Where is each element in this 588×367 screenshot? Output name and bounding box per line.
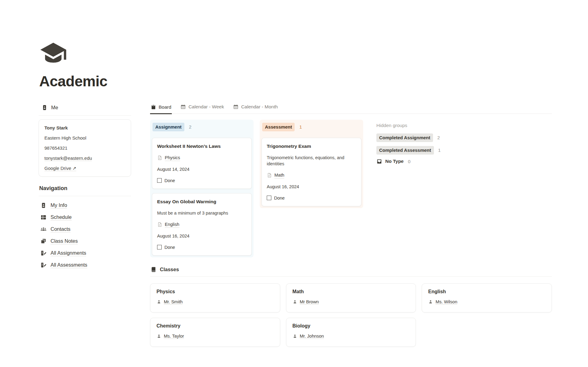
external-link-icon: ↗: [73, 166, 77, 171]
board-column-assignment: Assignment 2 Worksheet II Newton’s Laws …: [150, 120, 254, 257]
done-row: Done: [267, 195, 356, 201]
board-view: Assignment 2 Worksheet II Newton’s Laws …: [150, 120, 552, 257]
me-section-header: Me: [39, 105, 131, 116]
tab-label: Calendar - Week: [188, 104, 224, 110]
graduation-cap-icon: [39, 39, 67, 67]
tab-calendar-month[interactable]: Calendar - Month: [232, 103, 278, 114]
checkbox-label: Done: [164, 244, 175, 250]
classes-section: Classes Physics Mr. Smith Math Mr Brown: [150, 267, 552, 347]
hidden-group-completed-assessment[interactable]: Completed Assessment 1: [376, 146, 441, 155]
hidden-group-completed-assignment[interactable]: Completed Assignment 2: [376, 133, 441, 142]
page-icon: [157, 155, 162, 160]
board-column-assessment: Assessment 1 Trigonometry Exam Trigonome…: [260, 120, 363, 208]
sidebar-item-class-notes[interactable]: Class Notes: [40, 238, 131, 244]
board-card-essay[interactable]: Essay On Global Warming Must be a minimu…: [152, 193, 252, 256]
teacher-link[interactable]: Mr. Johnson: [300, 334, 324, 339]
main-content: Board Calendar - Week Calendar - Month A…: [150, 103, 552, 347]
calendar-icon: [180, 104, 186, 110]
board-card-trigonometry[interactable]: Trigonometry Exam Trigonometric function…: [262, 138, 361, 206]
checkbox-icon[interactable]: [157, 178, 162, 183]
column-header[interactable]: Assignment 2: [153, 123, 252, 131]
card-description: Must be a minimum of 3 paragraphs: [157, 210, 247, 216]
class-name: Biology: [292, 323, 410, 329]
hidden-group-badge: Completed Assignment: [376, 133, 433, 142]
checkbox-label: Done: [274, 195, 285, 201]
hidden-group-count: 1: [438, 148, 441, 153]
board-card-worksheet[interactable]: Worksheet II Newton’s Laws Physics Augus…: [152, 138, 252, 189]
class-card-chemistry[interactable]: Chemistry Ms. Taylor: [150, 318, 280, 347]
id-card-icon: [40, 202, 47, 208]
class-card-biology[interactable]: Biology Mr. Johnson: [286, 318, 416, 347]
teacher-link[interactable]: Ms. Wilson: [435, 299, 457, 305]
tab-board[interactable]: Board: [150, 103, 172, 114]
hidden-group-no-type[interactable]: No Type 0: [376, 159, 441, 164]
sidebar-item-my-info[interactable]: My Info: [40, 202, 131, 208]
sidebar-item-schedule[interactable]: Schedule: [40, 214, 131, 220]
sidebar-item-contacts[interactable]: Contacts: [40, 226, 131, 232]
page-icon: [157, 222, 162, 227]
checkbox-label: Done: [164, 178, 175, 184]
column-count: 2: [189, 124, 191, 129]
hidden-group-count: 0: [408, 159, 410, 164]
sidebar-item-label: Contacts: [51, 226, 70, 232]
copy-icon: [40, 238, 47, 244]
card-title: Trigonometry Exam: [267, 143, 356, 149]
class-link[interactable]: Math: [274, 172, 284, 178]
class-card-physics[interactable]: Physics Mr. Smith: [150, 283, 280, 313]
profile-email-link[interactable]: tonystark@eastern.edu: [44, 155, 92, 161]
people-icon: [40, 226, 47, 232]
google-drive-link[interactable]: Google Drive ↗: [44, 166, 76, 171]
column-badge: Assignment: [153, 123, 184, 131]
person-icon: [428, 299, 433, 304]
class-name: English: [428, 289, 545, 294]
teacher-link[interactable]: Ms. Taylor: [164, 334, 184, 339]
class-card-math[interactable]: Math Mr Brown: [286, 283, 416, 313]
class-name: Physics: [156, 289, 274, 294]
column-badge: Assessment: [262, 123, 295, 131]
sidebar-item-label: Class Notes: [51, 238, 78, 244]
sidebar-item-all-assignments[interactable]: All Assignments: [40, 250, 131, 256]
profile-name: Tony Stark: [44, 125, 125, 131]
me-label: Me: [51, 105, 58, 110]
page-icon: [267, 173, 272, 178]
tab-calendar-week[interactable]: Calendar - Week: [180, 103, 224, 114]
teacher-link[interactable]: Mr. Smith: [164, 299, 183, 305]
class-name: Chemistry: [156, 323, 274, 329]
profile-school: Eastern High School: [44, 135, 125, 141]
sidebar-item-label: All Assessments: [51, 262, 87, 268]
class-grid: Physics Mr. Smith Math Mr Brown English: [150, 283, 552, 347]
person-icon: [292, 299, 297, 304]
hidden-groups-title: Hidden groups: [376, 123, 441, 128]
classes-header: Classes: [150, 267, 552, 277]
class-link[interactable]: English: [165, 221, 179, 228]
view-tabs: Board Calendar - Week Calendar - Month: [150, 103, 552, 114]
class-card-english[interactable]: English Ms. Wilson: [422, 283, 552, 313]
teacher-link[interactable]: Mr Brown: [300, 299, 319, 305]
book-icon: [151, 267, 156, 272]
academic-page: Academic Me Tony Stark Eastern High Scho…: [0, 0, 588, 367]
card-due-date: August 14, 2024: [157, 166, 247, 172]
class-link[interactable]: Physics: [165, 155, 180, 161]
hidden-groups: Hidden groups Completed Assignment 2 Com…: [376, 120, 441, 168]
checkbox-icon[interactable]: [267, 196, 271, 200]
calendar-icon: [233, 104, 239, 110]
card-title: Worksheet II Newton’s Laws: [157, 143, 247, 149]
table-icon: [40, 214, 47, 220]
column-header[interactable]: Assessment 1: [262, 123, 361, 131]
page-header: Academic: [39, 39, 107, 90]
checkbox-icon[interactable]: [157, 245, 162, 249]
list-pencil-icon: [40, 250, 47, 256]
hidden-group-count: 2: [437, 135, 440, 140]
card-title: Essay On Global Warming: [157, 198, 247, 205]
class-name: Math: [292, 289, 410, 294]
profile-card: Tony Stark Eastern High School 987654321…: [39, 119, 131, 177]
hidden-group-label: No Type: [385, 159, 404, 164]
card-due-date: August 16, 2024: [157, 233, 247, 239]
card-due-date: August 16, 2024: [267, 184, 356, 190]
sidebar-item-label: My Info: [51, 202, 67, 208]
list-pencil-icon: [40, 262, 47, 268]
sidebar: Me Tony Stark Eastern High School 987654…: [39, 105, 131, 274]
sidebar-item-all-assessments[interactable]: All Assessments: [40, 262, 131, 268]
done-row: Done: [157, 178, 247, 184]
tab-label: Board: [159, 104, 171, 110]
